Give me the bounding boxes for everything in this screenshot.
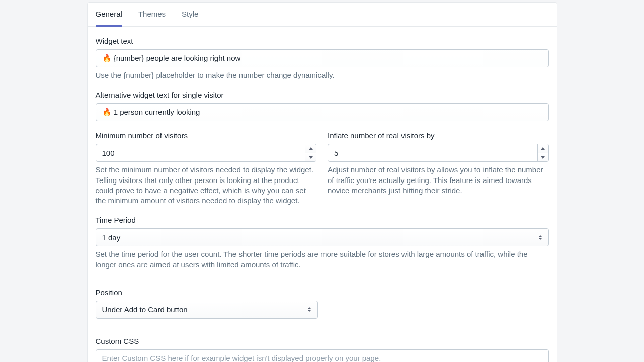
tab-style[interactable]: Style — [182, 3, 198, 27]
svg-marker-0 — [309, 147, 313, 150]
inflate-section: Inflate number of real visitors by Adjus… — [328, 130, 549, 206]
min-visitors-section: Minimum number of visitors Set the minim… — [96, 130, 317, 206]
alt-text-label: Alternative widget text for single visit… — [96, 89, 549, 100]
position-value: Under Add to Card button — [102, 305, 188, 314]
min-visitors-input[interactable] — [96, 144, 305, 161]
position-section: Position Under Add to Card button — [96, 287, 549, 319]
position-label: Position — [96, 287, 549, 298]
time-period-label: Time Period — [96, 215, 549, 225]
select-caret-icon — [538, 235, 542, 240]
custom-css-label: Custom CSS — [96, 336, 549, 346]
svg-marker-7 — [307, 310, 311, 312]
caret-down-icon — [309, 156, 313, 159]
tab-themes[interactable]: Themes — [138, 3, 166, 27]
alt-text-input[interactable] — [96, 103, 549, 121]
inflate-field — [328, 144, 549, 162]
tab-general[interactable]: General — [96, 3, 122, 27]
custom-css-section: Custom CSS — [96, 336, 549, 362]
tab-bar: General Themes Style — [88, 3, 557, 27]
inflate-spinner — [537, 144, 548, 161]
svg-marker-4 — [538, 235, 542, 237]
widget-text-section: Widget text Use the {number} placeholder… — [96, 36, 549, 80]
settings-content: Widget text Use the {number} placeholder… — [88, 27, 557, 362]
min-visitors-label: Minimum number of visitors — [96, 130, 317, 141]
select-caret-icon — [307, 307, 311, 312]
time-period-select[interactable]: 1 day — [96, 228, 549, 246]
visitors-row: Minimum number of visitors Set the minim… — [96, 130, 549, 206]
min-visitors-up[interactable] — [305, 144, 316, 153]
svg-marker-1 — [309, 156, 313, 159]
inflate-label: Inflate number of real visitors by — [328, 130, 549, 141]
time-period-help: Set the time period for the user count. … — [96, 249, 549, 270]
widget-text-label: Widget text — [96, 36, 549, 46]
min-visitors-spinner — [305, 144, 316, 161]
min-visitors-help: Set the minimum number of visitors neede… — [96, 165, 317, 206]
inflate-up[interactable] — [538, 144, 548, 153]
widget-text-input[interactable] — [96, 49, 549, 67]
caret-down-icon — [541, 156, 545, 159]
settings-card: General Themes Style Widget text Use the… — [87, 2, 557, 362]
caret-up-icon — [541, 147, 545, 150]
caret-up-icon — [309, 147, 313, 150]
time-period-value: 1 day — [102, 233, 121, 242]
svg-marker-5 — [538, 238, 542, 240]
min-visitors-down[interactable] — [305, 153, 316, 162]
position-select[interactable]: Under Add to Card button — [96, 301, 318, 319]
inflate-down[interactable] — [538, 153, 548, 162]
svg-marker-3 — [541, 156, 545, 159]
widget-text-help: Use the {number} placeholder to make the… — [96, 70, 549, 80]
alt-text-section: Alternative widget text for single visit… — [96, 89, 549, 121]
inflate-help: Adjust number of real visitors by allows… — [328, 165, 549, 196]
inflate-input[interactable] — [328, 144, 537, 161]
svg-marker-2 — [541, 147, 545, 150]
custom-css-input[interactable] — [96, 349, 549, 362]
time-period-section: Time Period 1 day Set the time period fo… — [96, 215, 549, 270]
svg-marker-6 — [307, 307, 311, 309]
min-visitors-field — [96, 144, 317, 162]
